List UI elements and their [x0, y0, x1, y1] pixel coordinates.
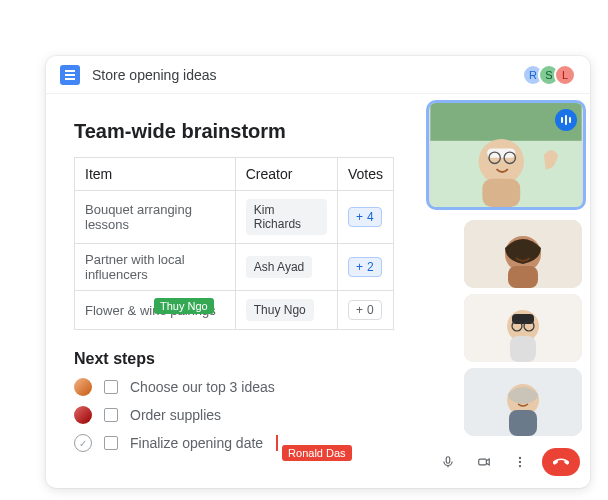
table-row[interactable]: Partner with local influencers Ash Ayad …	[75, 244, 394, 291]
task-checkbox[interactable]	[104, 408, 118, 422]
document-title[interactable]: Store opening ideas	[92, 67, 217, 83]
video-tile[interactable]	[464, 220, 582, 288]
participant-video	[464, 220, 582, 288]
col-creator: Creator	[235, 158, 337, 191]
creator-chip[interactable]: Thuy Ngo	[246, 299, 314, 321]
video-call-panel	[432, 104, 582, 478]
cell-votes: +0	[337, 291, 393, 330]
cell-item: Bouquet arranging lessons	[75, 191, 236, 244]
task-checkbox[interactable]	[104, 436, 118, 450]
table-row[interactable]: Flower & wine pairings Thuy Ngo +0	[75, 291, 394, 330]
task-label: Order supplies	[130, 407, 221, 423]
assignee-avatar	[74, 406, 92, 424]
ideas-table: Item Creator Votes Bouquet arranging les…	[74, 157, 394, 330]
assignee-avatar-unassigned: ✓	[74, 434, 92, 452]
cell-creator: Ash Ayad	[235, 244, 337, 291]
document-window: Store opening ideas R S L Team-wide brai…	[46, 56, 590, 488]
creator-chip[interactable]: Ash Ayad	[246, 256, 312, 278]
assignee-avatar	[74, 378, 92, 396]
participant-video	[464, 294, 582, 362]
mic-button[interactable]	[434, 448, 462, 476]
toolbar: Store opening ideas R S L	[46, 56, 590, 94]
hangup-button[interactable]	[542, 448, 580, 476]
text-cursor	[276, 435, 278, 451]
collaborator-cursor-tag: Ronald Das	[282, 445, 351, 461]
svg-point-23	[519, 465, 521, 467]
svg-point-2	[479, 139, 524, 184]
svg-rect-20	[479, 459, 487, 465]
cell-votes: +4	[337, 191, 393, 244]
vote-chip[interactable]: +4	[348, 207, 382, 227]
more-options-button[interactable]	[506, 448, 534, 476]
cell-creator: Kim Richards	[235, 191, 337, 244]
svg-point-22	[519, 461, 521, 463]
creator-chip[interactable]: Kim Richards	[246, 199, 327, 235]
task-label: Choose our top 3 ideas	[130, 379, 275, 395]
svg-rect-18	[509, 410, 537, 436]
speaking-indicator-icon	[555, 109, 577, 131]
presence-avatar[interactable]: L	[554, 64, 576, 86]
svg-rect-3	[482, 179, 520, 207]
svg-rect-19	[446, 457, 450, 463]
video-tile[interactable]	[464, 294, 582, 362]
vote-chip[interactable]: +2	[348, 257, 382, 277]
google-docs-icon	[60, 65, 80, 85]
svg-point-21	[519, 457, 521, 459]
table-row[interactable]: Bouquet arranging lessons Kim Richards +…	[75, 191, 394, 244]
participant-video	[464, 368, 582, 436]
collaborator-cursor-tag: Thuy Ngo	[154, 298, 214, 314]
cell-item: Partner with local influencers	[75, 244, 236, 291]
cell-creator: Thuy Ngo	[235, 291, 337, 330]
col-votes: Votes	[337, 158, 393, 191]
svg-rect-9	[508, 266, 538, 288]
vote-chip[interactable]: +0	[348, 300, 382, 320]
camera-button[interactable]	[470, 448, 498, 476]
video-tile[interactable]	[464, 368, 582, 436]
call-controls	[432, 442, 582, 478]
col-item: Item	[75, 158, 236, 191]
svg-rect-13	[512, 314, 534, 324]
svg-rect-12	[510, 336, 536, 362]
task-label: Finalize opening date	[130, 435, 263, 451]
presence-avatars: R S L	[528, 64, 576, 86]
video-tile-speaker[interactable]	[426, 100, 586, 210]
cell-votes: +2	[337, 244, 393, 291]
task-checkbox[interactable]	[104, 380, 118, 394]
